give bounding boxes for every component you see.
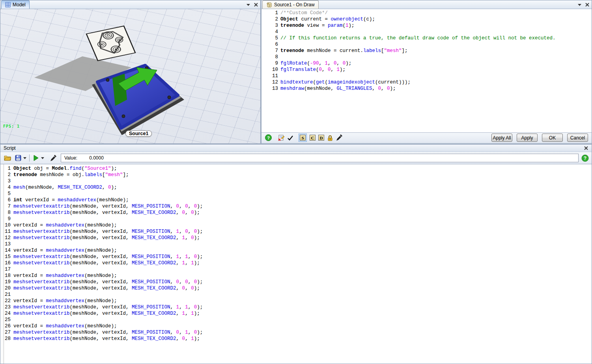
code-line: 15meshsetvertexattrib(meshNode, vertexId… bbox=[0, 254, 592, 260]
code-line: 16meshsetvertexattrib(meshNode, vertexId… bbox=[0, 260, 592, 267]
code-line: 25 bbox=[0, 317, 592, 323]
fps-counter: FPS: 1 bbox=[3, 124, 20, 128]
code-button[interactable]: C bbox=[310, 135, 316, 141]
code-line: 17 bbox=[0, 267, 592, 273]
grid-icon bbox=[5, 2, 11, 7]
code-line: 28meshsetvertexattrib(meshNode, vertexId… bbox=[0, 336, 592, 342]
code-line: 12meshsetvertexattrib(meshNode, vertexId… bbox=[0, 235, 592, 241]
run-menu-arrow-icon[interactable] bbox=[41, 157, 44, 159]
code-line: 8meshsetvertexattrib(meshNode, vertexId,… bbox=[0, 210, 592, 216]
code-line: 13 bbox=[0, 241, 592, 248]
code-line: 5 bbox=[0, 191, 592, 197]
code-line: 12bindtexture(get(imageindexobject(curre… bbox=[264, 80, 592, 86]
script-editor-margin bbox=[0, 164, 4, 364]
code-line: 24meshsetvertexattrib(meshNode, vertexId… bbox=[0, 311, 592, 317]
script-toolbar: Value: 0.0000 ? bbox=[0, 152, 592, 164]
code-line: 21 bbox=[0, 292, 592, 298]
model-pane-menu-arrow-icon[interactable] bbox=[247, 4, 250, 6]
code-line: 9 bbox=[0, 216, 592, 223]
ondraw-tabbar: Source1 - On Draw bbox=[261, 0, 592, 9]
statements-button[interactable]: S bbox=[300, 135, 306, 141]
tab-model-label: Model bbox=[13, 2, 26, 7]
svg-text:?: ? bbox=[267, 136, 270, 140]
apply-button[interactable]: Apply bbox=[517, 134, 538, 142]
code-line: 27meshsetvertexattrib(meshNode, vertexId… bbox=[0, 330, 592, 336]
code-line: 7treenode meshNode = current.labels["mes… bbox=[264, 48, 592, 54]
tab-ondraw-label: Source1 - On Draw bbox=[274, 2, 315, 7]
run-script-icon[interactable] bbox=[32, 154, 39, 162]
cancel-button[interactable]: Cancel bbox=[567, 134, 588, 142]
code-line: 14vertexId = meshaddvertex(meshNode); bbox=[0, 248, 592, 254]
code-line: 5// If this function returns a true, the… bbox=[264, 35, 592, 42]
ok-button[interactable]: OK bbox=[542, 134, 563, 142]
ondraw-bottom-strip bbox=[261, 142, 592, 143]
tab-model[interactable]: Model bbox=[1, 0, 30, 9]
script-eyedropper-icon[interactable] bbox=[50, 154, 57, 162]
lock-icon[interactable] bbox=[327, 134, 334, 141]
value-label: Value: bbox=[64, 155, 77, 161]
code-line: 11meshsetvertexattrib(meshNode, vertexId… bbox=[0, 229, 592, 235]
ondraw-toolbar: ? S C D Apply All Apply OK C bbox=[261, 132, 592, 143]
code-line: 6int vertexId = meshaddvertex(meshNode); bbox=[0, 197, 592, 204]
code-line: 3treenode view = param(1); bbox=[264, 23, 592, 29]
save-icon[interactable] bbox=[15, 154, 22, 162]
script-title-label: Script bbox=[4, 145, 16, 151]
flexsim-window: Model bbox=[0, 0, 592, 364]
code-line: 2Object current = ownerobject(c); bbox=[264, 17, 592, 23]
code-line: 7meshsetvertexattrib(meshNode, vertexId,… bbox=[0, 204, 592, 210]
script-pane: Script bbox=[0, 144, 592, 364]
code-line: 20meshsetvertexattrib(meshNode, vertexId… bbox=[0, 286, 592, 292]
script-pane-close-icon[interactable] bbox=[584, 146, 588, 150]
code-line: 10fglTranslate(0, 0, 1); bbox=[264, 67, 592, 73]
code-line: 6 bbox=[264, 42, 592, 48]
code-line: 19meshsetvertexattrib(meshNode, vertexId… bbox=[0, 279, 592, 286]
code-template-icon[interactable] bbox=[277, 134, 284, 141]
3d-scene bbox=[0, 9, 260, 143]
script-help-icon[interactable]: ? bbox=[581, 154, 589, 162]
script-titlebar: Script bbox=[0, 145, 592, 152]
code-line: 23meshsetvertexattrib(meshNode, vertexId… bbox=[0, 305, 592, 311]
value-field: Value: 0.0000 bbox=[61, 154, 579, 162]
script-scroll-icon bbox=[266, 2, 272, 8]
apply-all-button[interactable]: Apply All bbox=[491, 134, 512, 142]
help-icon[interactable]: ? bbox=[265, 134, 272, 141]
statements-button-selection: S bbox=[299, 134, 307, 142]
toolbar-separator bbox=[29, 154, 30, 162]
code-line: 22vertexId = meshaddvertex(meshNode); bbox=[0, 298, 592, 305]
tab-ondraw[interactable]: Source1 - On Draw bbox=[262, 0, 319, 9]
open-file-icon[interactable] bbox=[4, 154, 11, 162]
code-line: 2treenode meshNode = obj.labels["mesh"]; bbox=[0, 172, 592, 178]
code-line: 1Object obj = Model.find("Source1"); bbox=[0, 166, 592, 172]
source-object-label: Source1 bbox=[125, 130, 152, 137]
code-line: 11 bbox=[264, 73, 592, 80]
code-line: 18vertexId = meshaddvertex(meshNode); bbox=[0, 273, 592, 279]
model-tabbar: Model bbox=[0, 0, 260, 9]
code-line: 8 bbox=[264, 54, 592, 61]
code-line: 3 bbox=[0, 178, 592, 185]
ondraw-pane: Source1 - On Draw 1/**Custom Code*/2Obje… bbox=[261, 0, 592, 144]
syntax-check-icon[interactable] bbox=[287, 134, 294, 141]
code-line: 26vertexId = meshaddvertex(meshNode); bbox=[0, 323, 592, 330]
dll-button[interactable]: D bbox=[318, 135, 324, 141]
model-pane-close-icon[interactable] bbox=[254, 3, 258, 7]
code-line: 4 bbox=[264, 29, 592, 35]
save-menu-arrow-icon[interactable] bbox=[23, 157, 26, 159]
code-line: 10vertexId = meshaddvertex(meshNode); bbox=[0, 223, 592, 229]
ondraw-pane-close-icon[interactable] bbox=[585, 3, 589, 7]
ondraw-code-editor[interactable]: 1/**Custom Code*/2Object current = owner… bbox=[261, 9, 592, 132]
eyedropper-icon[interactable] bbox=[336, 134, 343, 141]
ondraw-pane-menu-arrow-icon[interactable] bbox=[578, 4, 581, 6]
3d-viewport[interactable]: FPS: 1 Source1 bbox=[0, 9, 260, 143]
texture-panel bbox=[86, 26, 135, 61]
value-readout: 0.0000 bbox=[89, 155, 104, 161]
svg-text:?: ? bbox=[583, 155, 586, 161]
code-line: 4mesh(meshNode, MESH_TEX_COORD2, 0); bbox=[0, 185, 592, 191]
script-code-editor[interactable]: 1Object obj = Model.find("Source1");2tre… bbox=[0, 164, 592, 364]
model-pane: Model bbox=[0, 0, 261, 144]
code-line: 13meshdraw(meshNode, GL_TRIANGLES, 0, 0)… bbox=[264, 86, 592, 92]
code-line: 9fglRotate(-90, 1, 0, 0); bbox=[264, 61, 592, 67]
code-line: 1/**Custom Code*/ bbox=[264, 10, 592, 17]
